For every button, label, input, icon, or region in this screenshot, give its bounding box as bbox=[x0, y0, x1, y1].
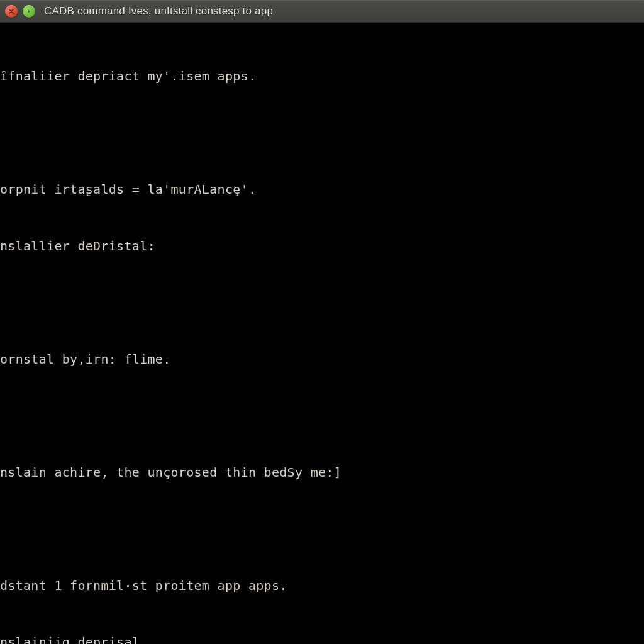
output-line: orpnit irtaʂalds = la'murALancȩ'. bbox=[0, 180, 644, 199]
window-button-group bbox=[5, 5, 35, 18]
terminal-window: CADB command Ives, unItstall constesp to… bbox=[0, 0, 644, 644]
output-line: ornstal by,irn: flime. bbox=[0, 350, 644, 369]
output-line bbox=[0, 123, 644, 142]
terminal-output: ȋfnaliier depriact my'.isem apps. orpnit… bbox=[0, 29, 644, 644]
output-line bbox=[0, 293, 644, 312]
window-titlebar: CADB command Ives, unItstall constesp to… bbox=[0, 0, 644, 23]
minimize-button[interactable] bbox=[23, 5, 35, 18]
close-icon bbox=[8, 8, 14, 14]
output-line: dstant 1 fornmil·st proitem app apps. bbox=[0, 576, 644, 595]
window-title: CADB command Ives, unItstall constesp to… bbox=[44, 5, 273, 18]
arrow-right-icon bbox=[26, 8, 32, 14]
terminal-body[interactable]: ȋfnaliier depriact my'.isem apps. orpnit… bbox=[0, 23, 644, 644]
output-line: nslain achire, the unçorosed thin bedSy … bbox=[0, 463, 644, 482]
close-button[interactable] bbox=[5, 5, 18, 18]
output-line bbox=[0, 519, 644, 538]
output-line bbox=[0, 406, 644, 425]
output-line: ȋfnaliier depriact my'.isem apps. bbox=[0, 67, 644, 86]
output-line: nslainiig deprisal, bbox=[0, 633, 644, 644]
output-line: nslallier deDristal: bbox=[0, 236, 644, 255]
